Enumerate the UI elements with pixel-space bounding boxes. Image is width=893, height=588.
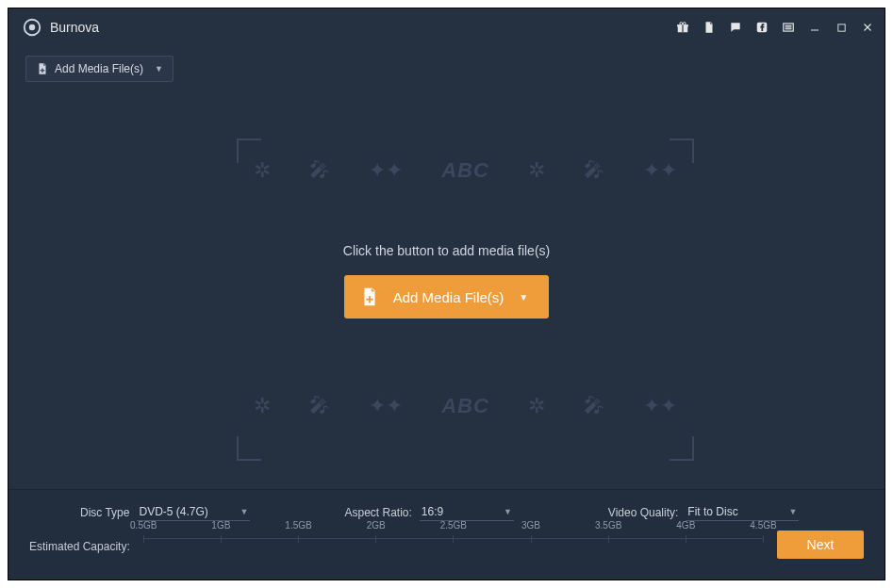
capacity-tick-label: 2GB [367,520,386,531]
capacity-tick-label: 1GB [211,520,230,531]
svg-point-1 [29,24,35,30]
film-icon: ✲ [528,158,545,183]
capacity-tick: 2GB [375,535,376,543]
capacity-label: Estimated Capacity: [29,540,130,553]
capacity-tick-label: 4.5GB [750,520,776,531]
stars-icon: ✦✦ [369,158,403,183]
footer-capacity-row: Estimated Capacity: 0.5GB1GB1.5GB2GB2.5G… [29,532,864,561]
app-title: Burnova [50,20,99,35]
app-window: Burnova Add Media File(s) ▼ ✲ [8,8,885,580]
mic-icon: 🎤︎ [309,158,330,183]
chat-icon[interactable] [728,20,743,35]
capacity-tick-label: 3.5GB [595,520,621,531]
capacity-tick: 3.5GB [608,535,609,543]
footer-settings-row: Disc Type DVD-5 (4.7G) ▼ Aspect Ratio: 1… [29,503,864,521]
capacity-tick-label: 0.5GB [130,520,157,531]
capacity-tick-label: 2.5GB [440,520,467,531]
svg-point-6 [683,23,686,25]
capacity-tick: 2.5GB [453,535,454,543]
footer: Disc Type DVD-5 (4.7G) ▼ Aspect Ratio: 1… [8,489,885,580]
mic-icon: 🎤︎ [309,394,330,418]
add-media-button[interactable]: Add Media File(s) ▼ [344,275,549,318]
disc-type-select[interactable]: DVD-5 (4.7G) ▼ [137,503,250,521]
next-button[interactable]: Next [777,531,864,559]
stars-icon: ✦✦ [643,394,677,418]
capacity-tick-label: 1.5GB [285,520,311,531]
film-icon: ✲ [254,158,271,183]
titlebar: Burnova [8,8,885,46]
svg-rect-17 [41,70,45,71]
aspect-ratio-select[interactable]: 16:9 ▼ [420,503,514,521]
capacity-tick: 1.5GB [298,535,299,543]
gift-icon[interactable] [675,20,690,35]
svg-rect-13 [837,24,844,30]
svg-rect-4 [682,24,683,32]
add-media-label: Add Media File(s) [55,62,143,75]
main-canvas: ✲ 🎤︎ ✦✦ ABC ✲ 🎤︎ ✦✦ ✲ 🎤︎ ✦✦ ABC ✲ 🎤︎ ✦✦ [8,91,885,489]
film-icon: ✲ [254,394,271,418]
video-quality-field: Video Quality: Fit to Disc ▼ [608,503,800,521]
capacity-track: 0.5GB1GB1.5GB2GB2.5GB3GB3.5GB4GB4.5GB [143,538,764,561]
capacity-tick: 0.5GB [143,535,144,543]
add-file-icon [36,62,49,75]
toolbar: Add Media File(s) ▼ [8,46,885,91]
aspect-ratio-field: Aspect Ratio: 16:9 ▼ [344,503,513,521]
mic-icon: 🎤︎ [584,158,604,183]
disc-type-field: Disc Type DVD-5 (4.7G) ▼ [80,503,250,521]
chevron-down-icon: ▼ [788,507,797,516]
stars-icon: ✦✦ [369,394,403,418]
document-icon[interactable] [702,20,717,35]
stars-icon: ✦✦ [643,158,677,183]
video-quality-label: Video Quality: [608,506,679,519]
mic-icon: 🎤︎ [584,394,604,418]
maximize-icon[interactable] [834,20,849,35]
capacity-tick: 1GB [221,535,222,543]
add-media-button-small[interactable]: Add Media File(s) ▼ [25,56,174,82]
capacity-tick: 4.5GB [763,535,764,543]
close-icon[interactable] [860,20,875,35]
menu-icon[interactable] [781,20,796,35]
capacity-tick-label: 3GB [521,520,540,531]
chevron-down-icon: ▼ [504,507,512,516]
video-quality-select[interactable]: Fit to Disc ▼ [686,503,799,521]
facebook-icon[interactable] [754,20,769,35]
app-logo-icon [22,17,42,38]
disc-type-label: Disc Type [80,506,129,519]
minimize-icon[interactable] [807,20,822,35]
chevron-down-icon: ▼ [519,292,528,302]
capacity-tick: 3GB [531,535,532,543]
capacity-tick-label: 4GB [676,520,695,531]
add-media-prompt: Click the button to add media file(s) [343,243,550,258]
window-controls [675,20,875,35]
svg-rect-19 [366,299,372,301]
capacity-tick: 4GB [686,535,686,543]
add-file-icon [359,286,380,307]
add-media-label: Add Media File(s) [393,289,504,305]
chevron-down-icon: ▼ [240,507,249,516]
film-icon: ✲ [528,394,545,418]
aspect-ratio-label: Aspect Ratio: [344,506,411,519]
svg-point-5 [680,23,683,25]
chevron-down-icon: ▼ [155,64,163,74]
center-stack: Click the button to add media file(s) Ad… [343,262,550,318]
